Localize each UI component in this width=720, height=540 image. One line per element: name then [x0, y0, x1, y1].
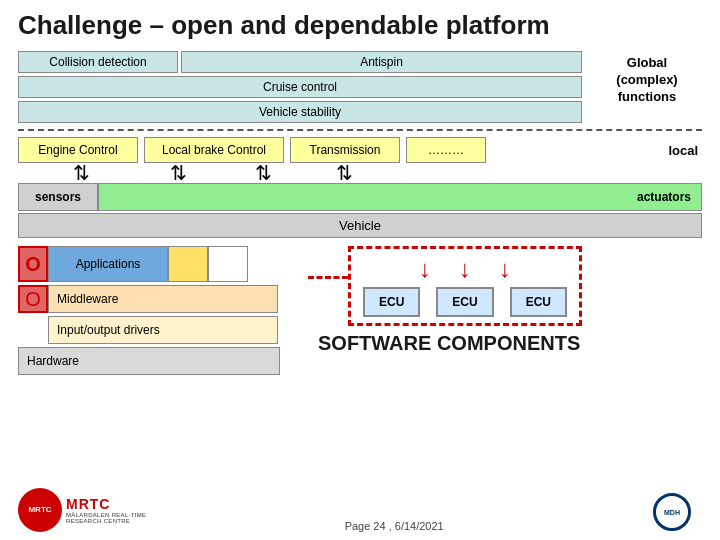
dots-box: ……… — [406, 137, 486, 163]
io-spacer — [18, 316, 48, 344]
global-boxes: Collision detection Antispin Cruise cont… — [18, 51, 582, 123]
local-label: local — [668, 143, 702, 158]
mdh-circle: MDH — [653, 493, 691, 531]
vehicle-stability-box: Vehicle stability — [18, 101, 582, 123]
ecu-arrows: ↓ ↓ ↓ — [419, 255, 511, 283]
row-vehicle-stability: Vehicle stability — [18, 101, 582, 123]
row1: Collision detection Antispin — [18, 51, 582, 73]
mdh-logo: MDH — [642, 492, 702, 532]
ecu-container: ↓ ↓ ↓ ECU ECU ECU — [348, 246, 582, 326]
sensor-actuator-bar: sensors actuators — [18, 183, 702, 211]
logos-row: MRTC MRTC MÄLARDALEN REAL-TIME RESEARCH … — [18, 488, 702, 532]
applications-box: Applications — [48, 246, 168, 282]
dashed-line-left — [308, 276, 348, 279]
right-side: ↓ ↓ ↓ ECU ECU ECU SOFTWARE COMPONENTS — [308, 246, 702, 355]
arrow-dots: ⇅ — [336, 161, 353, 185]
mrtc-text-block: MRTC MÄLARDALEN REAL-TIME RESEARCH CENTR… — [66, 496, 146, 524]
sensors-box: sensors — [18, 183, 98, 211]
mrtc-circle-text: MRTC — [28, 505, 51, 515]
mrtc-name: MRTC — [66, 496, 146, 512]
mrtc-sub2: RESEARCH CENTRE — [66, 518, 146, 524]
engine-control-box: Engine Control — [18, 137, 138, 163]
sw-components-label: SOFTWARE COMPONENTS — [318, 332, 702, 355]
os-icon-middleware: O — [18, 285, 48, 313]
collision-detection-box: Collision detection — [18, 51, 178, 73]
ecu-box-1: ECU — [363, 287, 420, 317]
antispin-box: Antispin — [181, 51, 582, 73]
applications-row: O Applications — [18, 246, 298, 282]
global-functions-area: Collision detection Antispin Cruise cont… — [18, 51, 702, 123]
hardware-box: Hardware — [18, 347, 280, 375]
transmission-box: Transmission — [290, 137, 400, 163]
local-functions-row: Engine Control Local brake Control Trans… — [18, 137, 702, 163]
ecu-arrow-2: ↓ — [459, 255, 471, 283]
ecu-arrow-3: ↓ — [499, 255, 511, 283]
ecu-boxes-row: ECU ECU ECU — [363, 287, 567, 317]
app-blank-box — [208, 246, 248, 282]
mrtc-logo-inner: MRTC MRTC MÄLARDALEN REAL-TIME RESEARCH … — [18, 488, 146, 532]
ecu-box-3: ECU — [510, 287, 567, 317]
green-actuator-bar: actuators — [98, 183, 702, 211]
io-box: Input/output drivers — [48, 316, 278, 344]
actuators-label: actuators — [637, 190, 691, 204]
mrtc-logo: MRTC MRTC MÄLARDALEN REAL-TIME RESEARCH … — [18, 488, 146, 532]
local-brake-control-box: Local brake Control — [144, 137, 284, 163]
arrow-transmission: ⇅ — [255, 161, 272, 185]
arrow-brake: ⇅ — [170, 161, 187, 185]
left-stack: O Applications O Middleware Input/output… — [18, 246, 298, 375]
middleware-row: O Middleware — [18, 285, 298, 313]
row-cruise: Cruise control — [18, 76, 582, 98]
vehicle-bar: Vehicle — [18, 213, 702, 238]
bottom-area: O Applications O Middleware Input/output… — [18, 246, 702, 375]
os-icon-app: O — [18, 246, 48, 282]
ecu-arrow-1: ↓ — [419, 255, 431, 283]
mrtc-circle: MRTC — [18, 488, 62, 532]
arrow-engine: ⇅ — [73, 161, 90, 185]
dashed-separator — [18, 129, 702, 131]
io-row: Input/output drivers — [18, 316, 298, 344]
main-page: Challenge – open and dependable platform… — [0, 0, 720, 540]
mdh-text: MDH — [664, 509, 680, 516]
hardware-row: Hardware — [18, 347, 298, 375]
dashed-area: ↓ ↓ ↓ ECU ECU ECU — [308, 246, 702, 326]
page-info: Page 24 , 6/14/2021 — [345, 520, 444, 532]
middleware-box: Middleware — [48, 285, 278, 313]
app-yellow-box — [168, 246, 208, 282]
cruise-control-box: Cruise control — [18, 76, 582, 98]
page-title: Challenge – open and dependable platform — [18, 10, 702, 41]
arrows-row: ⇅ ⇅ ⇅ ⇅ — [18, 163, 702, 183]
global-functions-label: Global (complex) functions — [592, 51, 702, 106]
ecu-box-2: ECU — [436, 287, 493, 317]
